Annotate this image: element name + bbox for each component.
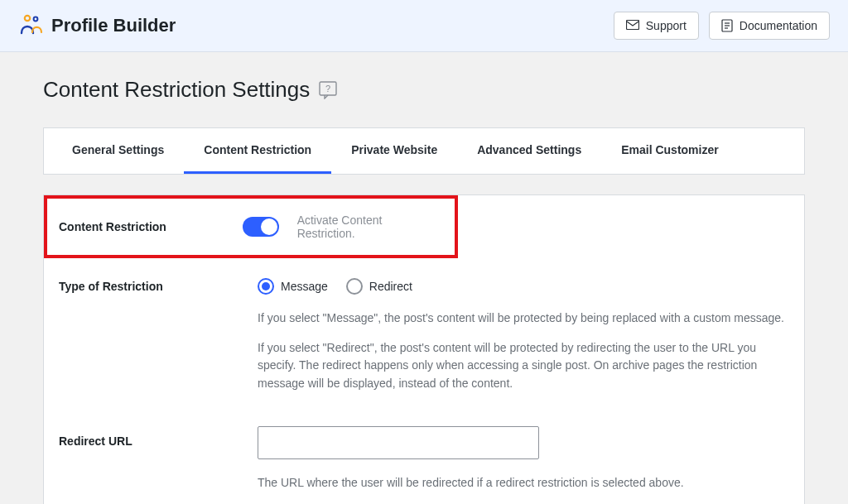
svg-text:?: ?	[325, 84, 330, 94]
radio-message[interactable]: Message	[258, 278, 328, 295]
document-icon	[721, 19, 733, 32]
radio-redirect-label: Redirect	[369, 280, 412, 293]
documentation-button[interactable]: Documentation	[709, 12, 830, 40]
redirect-url-label: Redirect URL	[59, 426, 258, 448]
tab-advanced-settings[interactable]: Advanced Settings	[457, 128, 601, 174]
redirect-url-help: The URL where the user will be redirecte…	[258, 474, 789, 492]
brand: Profile Builder	[18, 13, 176, 38]
help-icon[interactable]: ?	[318, 80, 338, 100]
tab-content-restriction[interactable]: Content Restriction	[184, 128, 331, 174]
type-of-restriction-row: Type of Restriction Message Redirect If …	[44, 258, 804, 401]
redirect-url-row: Redirect URL The URL where the user will…	[44, 401, 804, 501]
radio-circle-icon	[258, 278, 274, 295]
svg-point-0	[25, 16, 30, 21]
page-title: Content Restriction Settings	[43, 77, 310, 103]
radio-message-label: Message	[281, 280, 328, 293]
svg-rect-2	[626, 21, 638, 30]
settings-tabs: General Settings Content Restriction Pri…	[43, 127, 805, 175]
support-button-label: Support	[646, 19, 687, 32]
app-header: Profile Builder Support Documentation	[0, 0, 848, 52]
support-button[interactable]: Support	[614, 12, 699, 40]
help-text-message: If you select "Message", the post's cont…	[258, 310, 789, 328]
content-restriction-label: Content Restriction	[59, 220, 243, 233]
tab-email-customizer[interactable]: Email Customizer	[601, 128, 738, 174]
mail-icon	[626, 20, 639, 31]
radio-circle-icon	[346, 278, 363, 295]
tab-general-settings[interactable]: General Settings	[52, 128, 184, 174]
svg-point-1	[34, 17, 38, 22]
content-restriction-toggle[interactable]	[243, 217, 279, 237]
header-actions: Support Documentation	[614, 12, 830, 40]
documentation-button-label: Documentation	[740, 19, 817, 32]
help-text-redirect: If you select "Redirect", the post's con…	[258, 339, 789, 393]
brand-title: Profile Builder	[51, 15, 176, 36]
page-title-row: Content Restriction Settings ?	[43, 77, 805, 103]
content-restriction-highlight: Content Restriction Activate Content Res…	[44, 195, 458, 258]
page-body: Content Restriction Settings ? General S…	[0, 52, 848, 504]
tab-private-website[interactable]: Private Website	[331, 128, 457, 174]
type-of-restriction-label: Type of Restriction	[59, 278, 258, 293]
content-restriction-description: Activate Content Restriction.	[297, 214, 443, 240]
redirect-url-input[interactable]	[258, 426, 539, 459]
type-of-restriction-radios: Message Redirect	[258, 278, 789, 295]
radio-redirect[interactable]: Redirect	[346, 278, 412, 295]
settings-card: Content Restriction Activate Content Res…	[43, 194, 805, 504]
brand-logo-icon	[18, 13, 43, 38]
